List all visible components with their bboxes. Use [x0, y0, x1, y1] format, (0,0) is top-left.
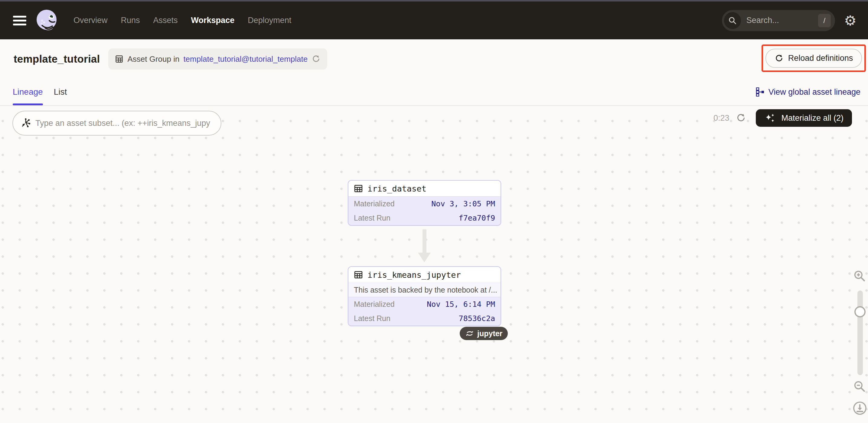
reload-icon: [775, 54, 784, 63]
latest-run-value[interactable]: f7ea70f9: [459, 214, 495, 222]
asset-name: iris_dataset: [368, 184, 427, 193]
view-global-asset-lineage-link[interactable]: View global asset lineage: [755, 87, 861, 97]
primary-nav: Overview Runs Assets Workspace Deploymen…: [73, 16, 291, 25]
jupyter-icon: [465, 329, 474, 338]
search-input[interactable]: [746, 16, 818, 25]
materialized-label: Materialized: [354, 200, 395, 208]
materialized-row: Materialized Nov 15, 6:14 PM: [348, 297, 500, 311]
reload-definitions-label: Reload definitions: [788, 54, 853, 63]
view-global-asset-lineage-label: View global asset lineage: [769, 87, 861, 97]
latest-run-row: Latest Run f7ea70f9: [348, 211, 500, 225]
asset-description: This asset is backed by the notebook at …: [348, 282, 500, 297]
asset-group-icon: [115, 55, 123, 63]
asset-subset-input[interactable]: [35, 119, 215, 128]
refresh-icon[interactable]: [736, 113, 746, 123]
hamburger-menu-icon[interactable]: [13, 16, 26, 25]
asset-node-header: iris_kmeans_jupyter: [348, 267, 500, 282]
top-nav-bar: Overview Runs Assets Workspace Deploymen…: [0, 1, 868, 39]
asset-node-iris-kmeans-jupyter[interactable]: iris_kmeans_jupyter This asset is backed…: [348, 266, 501, 326]
nav-item-assets[interactable]: Assets: [153, 16, 178, 25]
zoom-slider-track[interactable]: [858, 291, 863, 375]
materialized-value[interactable]: Nov 3, 3:05 PM: [431, 200, 495, 208]
zoom-slider-handle[interactable]: [855, 306, 866, 318]
dagster-logo-icon[interactable]: [35, 8, 59, 33]
lineage-graph-icon: [755, 87, 765, 96]
lineage-edge-arrowhead: [418, 253, 431, 262]
table-icon: [354, 184, 363, 193]
compute-kind-label: jupyter: [477, 329, 502, 338]
reload-definitions-button[interactable]: Reload definitions: [766, 49, 862, 68]
latest-run-label: Latest Run: [354, 214, 391, 222]
view-tabs-row: Lineage List View global asset lineage: [0, 79, 868, 106]
page-header: template_tutorial Asset Group in templat…: [0, 39, 868, 79]
lineage-edge: [423, 229, 427, 253]
tab-list[interactable]: List: [54, 79, 67, 105]
compute-kind-tag-jupyter[interactable]: jupyter: [460, 327, 508, 340]
tab-lineage[interactable]: Lineage: [13, 79, 43, 105]
page-title: template_tutorial: [13, 53, 100, 65]
breadcrumb-prefix: Asset Group in: [127, 55, 179, 64]
dagster-app: Overview Runs Assets Workspace Deploymen…: [0, 0, 868, 423]
breadcrumb-refresh-icon[interactable]: [311, 55, 320, 64]
nav-item-runs[interactable]: Runs: [121, 16, 140, 25]
materialized-label: Materialized: [354, 300, 395, 309]
latest-run-row: Latest Run 78536c2a: [348, 311, 500, 326]
materialize-toolbar: 0:23 Materialize all (2): [713, 109, 852, 127]
nav-item-overview[interactable]: Overview: [73, 16, 108, 25]
gear-icon[interactable]: ⚙: [844, 13, 857, 28]
nav-item-deployment[interactable]: Deployment: [248, 16, 291, 25]
asset-stats: Materialized Nov 3, 3:05 PM Latest Run f…: [348, 197, 500, 225]
materialize-all-button[interactable]: Materialize all (2): [756, 109, 852, 127]
materialize-all-label: Materialize all (2): [781, 114, 843, 123]
asset-name: iris_kmeans_jupyter: [368, 270, 461, 279]
table-icon: [354, 270, 363, 279]
download-image-icon[interactable]: [852, 401, 867, 416]
materialized-row: Materialized Nov 3, 3:05 PM: [348, 197, 500, 211]
latest-run-value[interactable]: 78536c2a: [459, 314, 495, 323]
zoom-out-icon[interactable]: [853, 380, 866, 393]
breadcrumb-repo-link[interactable]: template_tutorial@tutorial_template: [183, 55, 308, 64]
asset-node-header: iris_dataset: [348, 181, 500, 197]
op-selector-icon: [20, 118, 31, 129]
sparkles-icon: [764, 112, 776, 124]
lineage-canvas[interactable]: 0:23 Materialize all (2): [0, 106, 868, 422]
search-shortcut-key: /: [818, 14, 831, 27]
asset-subset-filter[interactable]: [12, 111, 221, 135]
asset-group-breadcrumb: Asset Group in template_tutorial@tutoria…: [108, 49, 327, 69]
global-search[interactable]: /: [722, 10, 835, 31]
zoom-in-icon[interactable]: [853, 269, 866, 282]
reload-annotation-highlight: Reload definitions: [762, 44, 866, 72]
materialized-value[interactable]: Nov 15, 6:14 PM: [427, 300, 495, 309]
latest-run-label: Latest Run: [354, 314, 391, 323]
refresh-timer: 0:23: [713, 114, 730, 123]
nav-item-workspace[interactable]: Workspace: [191, 16, 235, 25]
asset-node-iris-dataset[interactable]: iris_dataset Materialized Nov 3, 3:05 PM…: [348, 180, 501, 226]
asset-stats: Materialized Nov 15, 6:14 PM Latest Run …: [348, 297, 500, 326]
search-icon: [724, 12, 741, 29]
